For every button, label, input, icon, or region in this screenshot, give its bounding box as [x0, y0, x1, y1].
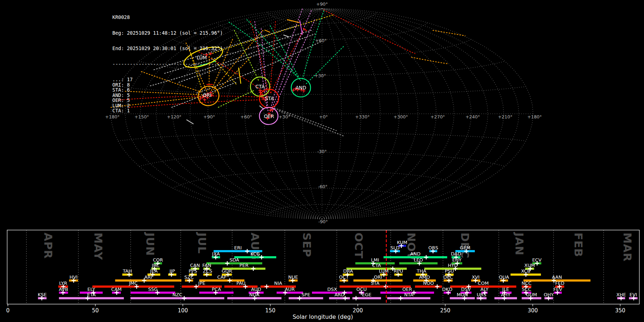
shower-code-label: ECV [532, 257, 541, 263]
shower-KCG: KCG [234, 251, 276, 260]
shower-code-label: THA [416, 268, 426, 274]
grid-meridian [322, 9, 488, 219]
shower-activity-bar [277, 292, 303, 294]
shower-activity-bar [92, 286, 174, 288]
shower-code-label: ORI [374, 274, 382, 280]
shower-code-label: OCT [339, 274, 348, 280]
shower-AUR: AUR [277, 287, 303, 295]
shower-code-label: NUE [288, 274, 298, 280]
shower-code-label: DSX [327, 287, 337, 292]
x-axis-title: Solar longitude (deg) [293, 313, 353, 320]
shower-code-label: AHY [501, 292, 511, 297]
shower-peak-marker [384, 284, 388, 289]
shower-count-row: OER: 5 [112, 98, 226, 103]
shower-code-label: SLD [390, 245, 400, 250]
shower-code-label: PSU [445, 268, 454, 274]
begin-time: Beg: 20251029 11:48:12 (sol = 215.96°) [112, 30, 226, 36]
shower-code-label: SPE [302, 292, 310, 297]
radiant-code-label: STA [265, 96, 274, 101]
shower-code-label: OCU [356, 287, 367, 292]
month-label: SEP [301, 233, 313, 257]
shower-code-label: GDR [221, 268, 232, 274]
shower-peak-marker [228, 278, 232, 283]
x-tick-label: 0 [6, 307, 10, 314]
shower-code-label: SCC [522, 287, 531, 292]
shower-code-label: EHY [452, 257, 462, 263]
shower-peak-marker [435, 284, 439, 289]
shower-code-label: SDA [230, 257, 239, 263]
shower-code-label: LEO [414, 257, 423, 263]
month-label: FEB [572, 233, 585, 257]
shower-count-row: STA: 6 [112, 87, 226, 93]
shower-code-label: JLE [502, 287, 509, 292]
shower-peak-marker [225, 261, 229, 265]
shower-KSE: KSE [38, 292, 47, 301]
shower-code-label: HVI [69, 274, 78, 280]
shower-code-label: DRA [343, 268, 353, 274]
shower-code-label: HYD [448, 263, 458, 268]
shower-code-label: PPS [189, 268, 197, 274]
shower-code-label: PCA [212, 287, 221, 292]
shower-code-label: XHE [616, 292, 626, 297]
shower-DPC: DPC [443, 274, 453, 283]
end-time: End: 20251029 20:30:01 (sol = 216.32°) [112, 46, 226, 51]
shower-code-label: ARD [335, 292, 345, 297]
shower-peak-marker [297, 296, 302, 301]
shower-code-label: AUD [251, 287, 261, 292]
shower-RPU: RPU [394, 268, 403, 277]
shower-code-label: ZCS [203, 268, 212, 274]
shower-code-label: CAP [217, 274, 226, 280]
shower-activity-bar [450, 297, 475, 299]
shower-ZCS: ZCS [203, 268, 212, 277]
map-lon-label: +240° [465, 114, 480, 119]
shower-STA: STA [340, 280, 411, 289]
shower-code-label: DAD [451, 251, 461, 257]
shower-code-label: SZC [184, 274, 194, 280]
month-label: OCT [352, 233, 365, 259]
shower-code-label: PER [239, 263, 248, 268]
activity-timeline: APRMAYJUNJULAUGSEPOCTNOVDECJANFEBMARKUME… [6, 230, 639, 320]
shower-count-list: ...: 17ORI: 8STA: 6AND: 5OER: 5LUM: 2CTA… [112, 77, 226, 82]
grid-meridian [322, 9, 436, 219]
map-lon-label: +150° [135, 114, 149, 119]
shower-code-label: CAM [111, 287, 122, 292]
map-lon-label: +0° [319, 114, 328, 119]
x-tick-label: 350 [615, 307, 625, 314]
shower-ORS: ORS [428, 245, 438, 254]
radiant-code-label: AND [296, 85, 306, 91]
shower-code-label: CTA [372, 263, 381, 268]
shower-XHE: XHE [616, 292, 626, 301]
shower-code-label: JXA [212, 251, 220, 257]
shower-code-label: FAN [203, 263, 211, 268]
meteor-track [270, 21, 275, 94]
shower-peak-marker [399, 296, 403, 301]
shower-activity-bar [206, 262, 262, 264]
shower-JMC: JMC [92, 280, 174, 289]
shower-peak-marker [424, 255, 428, 259]
shower-code-label: ORS [428, 245, 438, 250]
shower-DSX: DSX [312, 287, 352, 295]
shower-TAH: TAH [122, 268, 132, 277]
info-block: KR0028 Beg: 20251029 11:48:12 (sol = 215… [112, 4, 226, 93]
shower-HVI: HVI [69, 274, 78, 283]
shower-NOO: NOO [415, 280, 442, 289]
shower-SZC: SZC [184, 274, 194, 283]
shower-code-label: OHY [544, 292, 554, 297]
month-label: JAN [513, 232, 526, 255]
map-lat-label: +90° [316, 1, 328, 7]
shower-QUA: QUA [499, 274, 509, 283]
map-lon-label: +90° [203, 114, 215, 119]
shower-code-label: NCC [522, 280, 532, 286]
shower-count-row: LUM: 2 [112, 103, 226, 108]
station-id: KR0028 [112, 15, 226, 20]
map-lon-label: +300° [394, 114, 408, 119]
meteor-track [433, 30, 465, 36]
meteor-track [324, 10, 415, 54]
month-label: JUL [196, 232, 209, 254]
shower-code-label: JPE [198, 280, 205, 286]
radiant-STA: STA [259, 89, 279, 108]
shower-code-label: COM [478, 280, 489, 286]
radiant-report-screen: +180°+150°+120°+90°+60°+30°+0°+330°+300°… [0, 0, 644, 322]
shower-AHY: AHY [494, 292, 517, 301]
shower-peak-marker [354, 296, 358, 301]
